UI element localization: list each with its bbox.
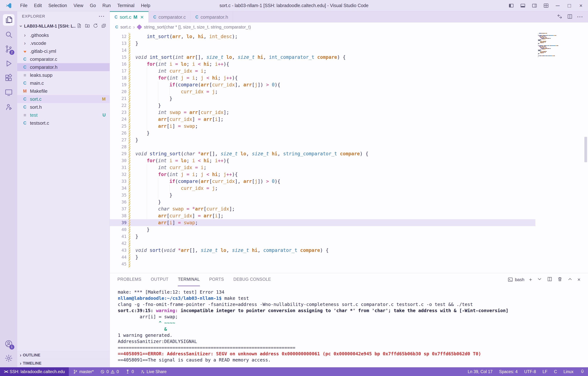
file-row-.gitlab-ci.yml[interactable]: .gitlab-ci.yml xyxy=(17,47,110,55)
activity-search-icon[interactable] xyxy=(2,27,16,42)
code-editor[interactable]: 12 int_sort(arr, lo, hi, int_desc);13}14… xyxy=(110,31,588,273)
menu-terminal[interactable]: Terminal xyxy=(114,1,137,10)
file-row-sort.h[interactable]: Csort.h xyxy=(17,103,110,111)
code-line-34[interactable]: 34 curr_idx = j; xyxy=(110,185,535,192)
activity-remote-explorer-icon[interactable] xyxy=(2,85,16,100)
status-c[interactable]: C xyxy=(554,369,557,374)
menu-help[interactable]: Help xyxy=(138,1,153,10)
ports-indicator[interactable]: 0 xyxy=(126,369,134,374)
toggle-sidebar-icon[interactable] xyxy=(506,1,516,10)
split-editor-icon[interactable] xyxy=(567,14,573,20)
activity-source-control-icon[interactable]: 2 xyxy=(2,42,16,56)
file-row-comparator.c[interactable]: Ccomparator.c xyxy=(17,55,110,63)
tab-comparator.h[interactable]: Ccomparator.h xyxy=(190,11,233,22)
menu-edit[interactable]: Edit xyxy=(31,1,45,10)
activity-extensions-icon[interactable] xyxy=(2,71,16,85)
open-changes-icon[interactable] xyxy=(557,14,563,20)
toggle-secondary-sidebar-icon[interactable] xyxy=(529,1,540,10)
code-line-33[interactable]: 33 if(compare(arr[curr_idx], arr[j]) > 0… xyxy=(110,178,535,185)
menu-selection[interactable]: Selection xyxy=(45,1,70,10)
code-line-20[interactable]: 20 curr_idx = j; xyxy=(110,88,535,95)
collapse-all-icon[interactable] xyxy=(101,23,106,29)
status-utf-8[interactable]: UTF-8 xyxy=(524,369,536,374)
outline-section-header[interactable]: › OUTLINE xyxy=(17,351,110,359)
remote-indicator[interactable]: >< SSH: labradoodle.caltech.edu xyxy=(0,367,69,376)
menu-file[interactable]: File xyxy=(17,1,30,10)
breadcrumb-symbol[interactable]: string_sort(char * [], size_t, size_t, s… xyxy=(144,24,251,30)
split-terminal-icon[interactable] xyxy=(547,276,552,283)
breadcrumb-file[interactable]: sort.c xyxy=(120,24,131,30)
menu-run[interactable]: Run xyxy=(99,1,114,10)
code-line-24[interactable]: 24 arr[curr_idx] = arr[i]; xyxy=(110,116,535,123)
close-button[interactable]: × xyxy=(576,1,586,10)
terminal-dropdown-icon[interactable] xyxy=(537,276,542,283)
status-ln-39-col-17[interactable]: Ln 39, Col 17 xyxy=(468,369,493,374)
maximize-button[interactable]: □ xyxy=(564,1,575,10)
code-line-30[interactable]: 30 for(int i = lo; i < hi; i++){ xyxy=(110,157,535,164)
code-line-28[interactable]: 28 xyxy=(110,143,535,150)
code-line-22[interactable]: 22 } xyxy=(110,102,535,109)
file-row-.githooks[interactable]: ›.githooks xyxy=(17,31,110,39)
code-line-38[interactable]: 38 arr[curr_idx] = arr[i]; xyxy=(110,212,535,219)
more-actions-icon[interactable]: ··· xyxy=(577,14,583,20)
code-line-19[interactable]: 19 if(compare(arr[curr_idx], arr[j]) > 0… xyxy=(110,81,535,88)
file-row-main.c[interactable]: Cmain.c xyxy=(17,79,110,87)
code-line-31[interactable]: 31 int curr_idx = i; xyxy=(110,164,535,171)
new-file-icon[interactable] xyxy=(77,23,82,29)
status-lf[interactable]: LF xyxy=(543,369,547,374)
code-line-44[interactable]: 44} xyxy=(110,254,535,261)
code-line-39[interactable]: 39 arr[i] = swap; xyxy=(110,219,535,226)
file-row-leaks.supp[interactable]: ≡leaks.supp xyxy=(17,71,110,79)
file-row-Makefile[interactable]: MMakefile xyxy=(17,87,110,95)
code-line-42[interactable]: 42 xyxy=(110,240,535,247)
code-line-26[interactable]: 26 } xyxy=(110,130,535,136)
code-line-21[interactable]: 21 } xyxy=(110,95,535,102)
code-line-25[interactable]: 25 arr[i] = swap; xyxy=(110,123,535,130)
file-row-comparator.h[interactable]: Ccomparator.h xyxy=(17,63,110,71)
timeline-section-header[interactable]: › TIMELINE xyxy=(17,359,110,367)
code-line-45[interactable]: 45 xyxy=(110,261,535,268)
code-line-14[interactable]: 14 xyxy=(110,47,535,54)
code-line-32[interactable]: 32 for(int j = i; j < hi; j++){ xyxy=(110,171,535,178)
close-tab-icon[interactable]: × xyxy=(140,14,144,21)
toggle-panel-icon[interactable] xyxy=(518,1,528,10)
code-line-37[interactable]: 37 char swap = *arr[curr_idx]; xyxy=(110,205,535,212)
file-row-sort.c[interactable]: Csort.cM xyxy=(17,95,110,103)
kill-terminal-icon[interactable] xyxy=(557,276,563,283)
code-line-40[interactable]: 40 } xyxy=(110,226,535,233)
refresh-icon[interactable] xyxy=(93,23,98,29)
panel-tab-problems[interactable]: PROBLEMS xyxy=(117,273,141,286)
minimize-button[interactable]: ─ xyxy=(552,1,563,10)
code-line-27[interactable]: 27} xyxy=(110,136,535,143)
minimap[interactable] xyxy=(538,33,583,58)
status-linux[interactable]: Linux xyxy=(564,369,574,374)
activity-settings-icon[interactable] xyxy=(2,351,16,366)
file-row-test[interactable]: ≡testU xyxy=(17,111,110,119)
sidebar-more-actions-icon[interactable]: ··· xyxy=(99,13,105,19)
menu-view[interactable]: View xyxy=(71,1,86,10)
editor-scrollbar[interactable] xyxy=(584,137,587,162)
tab-comparator.c[interactable]: Ccomparator.c xyxy=(149,11,191,22)
code-line-17[interactable]: 17 int curr_idx = i; xyxy=(110,67,535,74)
workspace-section-header[interactable]: › LAB03-NLLAM-1 [SSH: L... xyxy=(17,21,110,31)
activity-live-share-icon[interactable] xyxy=(2,100,16,114)
status-spaces-4[interactable]: Spaces: 4 xyxy=(499,369,518,374)
activity-accounts-icon[interactable]: 1 xyxy=(2,336,16,351)
code-line-12[interactable]: 12 int_sort(arr, lo, hi, int_desc); xyxy=(110,33,535,40)
panel-tab-debug-console[interactable]: DEBUG CONSOLE xyxy=(233,273,271,286)
code-line-43[interactable]: 43void sort(void *arr[], size_t lo, size… xyxy=(110,247,535,254)
live-share-button[interactable]: Live Share xyxy=(140,369,167,374)
code-line-36[interactable]: 36 } xyxy=(110,198,535,205)
maximize-panel-icon[interactable] xyxy=(567,276,573,283)
problems-indicator[interactable]: 0 0 xyxy=(100,369,119,374)
file-row-testsort.c[interactable]: Ctestsort.c xyxy=(17,119,110,127)
menu-go[interactable]: Go xyxy=(87,1,99,10)
activity-run-and-debug-icon[interactable] xyxy=(2,56,16,71)
new-terminal-icon[interactable]: + xyxy=(529,277,532,282)
code-line-41[interactable]: 41} xyxy=(110,233,535,240)
panel-tab-ports[interactable]: PORTS xyxy=(209,273,224,286)
panel-tab-terminal[interactable]: TERMINAL xyxy=(178,273,200,286)
code-line-16[interactable]: 16 for(int i = lo; i < hi; i++){ xyxy=(110,61,535,67)
code-line-23[interactable]: 23 int swap = arr[curr_idx]; xyxy=(110,109,535,116)
code-line-35[interactable]: 35 } xyxy=(110,192,535,198)
